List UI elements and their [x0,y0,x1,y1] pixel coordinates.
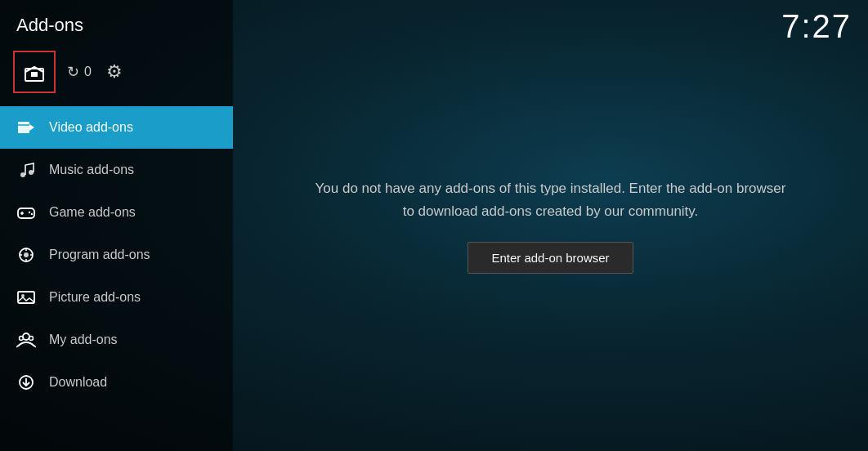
sidebar-item-game-label: Game add-ons [49,205,136,220]
time-display: 7:27 [781,8,852,45]
picture-icon [16,288,36,307]
game-icon [16,203,36,222]
top-icons-row: ↻ 0 ⚙ [0,44,233,106]
sidebar-item-video-label: Video add-ons [49,120,133,135]
page-title: Add-ons [0,0,233,44]
empty-message: You do not have any add-ons of this type… [314,177,788,221]
refresh-count: 0 [84,65,92,79]
sidebar-item-download-label: Download [49,375,107,390]
sidebar-item-video[interactable]: Video add-ons [0,106,233,149]
svg-point-6 [29,170,34,175]
svg-point-13 [24,252,29,257]
music-icon [16,160,36,180]
main-content: You do not have any add-ons of this type… [233,0,868,451]
sidebar-item-program[interactable]: Program add-ons [0,234,233,276]
settings-button[interactable]: ⚙ [106,61,123,83]
download-icon [16,373,36,392]
sidebar: Add-ons ↻ 0 ⚙ Video add-ons [0,0,233,451]
video-icon [16,118,36,137]
svg-point-11 [31,213,33,215]
sidebar-item-program-label: Program add-ons [49,248,150,262]
sidebar-item-music-label: Music add-ons [49,163,134,177]
svg-point-22 [29,337,34,341]
svg-rect-2 [18,122,29,133]
svg-point-10 [29,212,30,213]
sidebar-item-picture-label: Picture add-ons [49,290,141,305]
svg-rect-1 [31,72,38,77]
program-icon [16,245,36,265]
addon-box-svg-icon [23,60,46,83]
addon-box-button[interactable] [13,51,56,93]
my-addons-icon [16,330,36,350]
svg-point-5 [20,172,25,177]
sidebar-item-picture[interactable]: Picture add-ons [0,276,233,319]
svg-point-21 [20,337,24,341]
refresh-button[interactable]: ↻ 0 [67,63,92,81]
sidebar-item-my-addons-label: My add-ons [49,333,118,347]
sidebar-item-my-addons[interactable]: My add-ons [0,319,233,361]
sidebar-item-music[interactable]: Music add-ons [0,149,233,191]
svg-point-20 [23,333,29,340]
sidebar-item-download[interactable]: Download [0,361,233,404]
svg-marker-3 [29,124,34,131]
sidebar-item-game[interactable]: Game add-ons [0,191,233,234]
refresh-icon: ↻ [67,63,79,81]
enter-addon-browser-button[interactable]: Enter add-on browser [468,242,633,274]
